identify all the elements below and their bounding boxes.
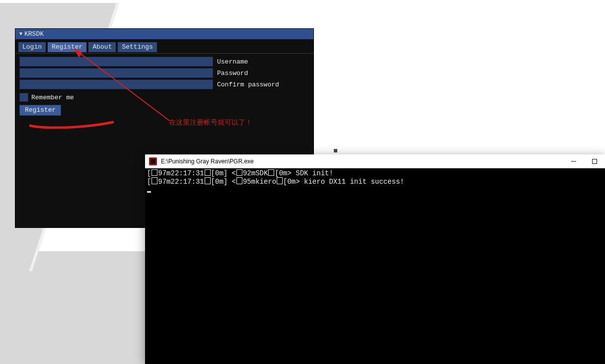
collapse-triangle-icon[interactable]: ▼: [19, 31, 22, 37]
console-cursor: [147, 191, 151, 193]
remember-checkbox[interactable]: [19, 93, 28, 102]
username-input[interactable]: [19, 57, 213, 67]
window-controls: [563, 154, 605, 168]
row-password: Password: [19, 68, 309, 78]
confirm-password-input[interactable]: [19, 79, 213, 89]
maximize-button[interactable]: [584, 154, 605, 168]
minimize-icon: [571, 159, 576, 164]
register-button[interactable]: Register: [19, 105, 61, 116]
row-remember: Remember me: [19, 93, 309, 102]
console-titlebar[interactable]: E:\Punishing Gray Raven\PGR.exe: [145, 154, 605, 168]
tab-about[interactable]: About: [88, 42, 116, 52]
krsdk-tabbar: Login Register About Settings: [15, 39, 313, 54]
password-input[interactable]: [19, 68, 213, 78]
row-username: Username: [19, 57, 309, 67]
console-line: [97m22:17:31[0m] <92mSDK[0m> SDK init!: [147, 169, 333, 177]
console-body[interactable]: [97m22:17:31[0m] <92mSDK[0m> SDK init! […: [145, 168, 605, 195]
username-label: Username: [217, 58, 248, 66]
password-label: Password: [217, 70, 248, 77]
maximize-icon: [592, 159, 597, 164]
svg-rect-4: [593, 159, 597, 164]
stray-dot: [334, 149, 337, 152]
remember-label: Remember me: [31, 94, 74, 101]
row-confirm: Confirm password: [19, 79, 309, 89]
tab-settings[interactable]: Settings: [118, 42, 156, 52]
console-window: E:\Punishing Gray Raven\PGR.exe [97m22:1…: [145, 154, 605, 364]
minimize-button[interactable]: [563, 154, 584, 168]
confirm-password-label: Confirm password: [217, 81, 279, 88]
tab-register[interactable]: Register: [48, 42, 86, 52]
krsdk-body: Username Password Confirm password Remem…: [15, 54, 313, 119]
annotation-text: 在这里注册帐号就可以了！: [169, 118, 252, 127]
krsdk-titlebar[interactable]: ▼ KRSDK: [15, 29, 313, 39]
console-title: E:\Punishing Gray Raven\PGR.exe: [161, 158, 254, 165]
app-icon: [149, 157, 157, 165]
console-line: [97m22:17:31[0m] <95mkiero[0m> kiero DX1…: [147, 178, 404, 186]
tab-login[interactable]: Login: [18, 42, 46, 52]
krsdk-title-text: KRSDK: [24, 30, 44, 38]
